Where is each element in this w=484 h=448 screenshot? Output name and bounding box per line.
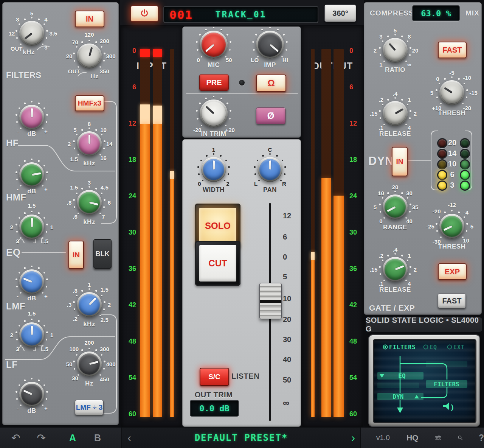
comp-release-tick: [410, 110, 411, 112]
in-trim-tick: [199, 103, 201, 104]
hp-filter-freq-knob[interactable]: OUT128543.53kHz: [19, 21, 44, 46]
lmf-gain-tick: [24, 267, 26, 269]
lmf-q-tick: [38, 320, 40, 322]
fader-scale-label: 12: [283, 212, 302, 220]
radio-filters-label[interactable]: FILTERS: [389, 344, 416, 351]
filters-in-button[interactable]: IN: [75, 11, 104, 27]
hf-freq-tick: [78, 154, 79, 156]
comp-thresh-knob[interactable]: +1050-5-10-15-20THRESH: [439, 80, 464, 105]
out-trim-display[interactable]: 0.0 dB: [190, 400, 239, 417]
comp-release-knob[interactable]: .1.15.2.4124RELEASE: [383, 101, 408, 126]
lmf-freq-knob[interactable]: .2.3.811.522.5kHz: [77, 292, 102, 317]
settings-sliders-icon[interactable]: [435, 433, 441, 442]
hmf-q-tick: [19, 217, 20, 219]
gate-thresh-knob[interactable]: -30-25-20-12-4510THRESH: [439, 214, 464, 239]
hmf-x3-button[interactable]: HMFx3: [75, 95, 104, 111]
comp-release-tick: [405, 124, 407, 126]
mic-gain-unit-label: MIC: [208, 61, 220, 69]
hf-freq-tick-label: 2: [68, 141, 71, 147]
exp-button[interactable]: EXP: [438, 263, 467, 280]
impedance-ohm-button[interactable]: Ω: [256, 75, 286, 92]
ab-compare-a[interactable]: A: [69, 432, 76, 443]
imp-tick: [286, 41, 288, 43]
hmf-gain-tick: [46, 171, 48, 173]
sidechain-listen-button[interactable]: S/C: [200, 368, 229, 386]
preset-next-icon[interactable]: ›: [351, 431, 355, 444]
track-display[interactable]: 888 001 TRACK_01: [163, 6, 318, 23]
gate-thresh-tick: [444, 212, 446, 213]
phase-button[interactable]: Ø: [256, 107, 285, 124]
rotate-360-button[interactable]: 360°: [324, 5, 356, 22]
hmf-gain-knob[interactable]: -+dB: [19, 162, 44, 187]
pan-knob[interactable]: LCRPAN: [258, 157, 282, 182]
routing-screen[interactable]: FILTERS EQ EXT EQ FILTERS: [373, 339, 476, 423]
width-tick: [200, 160, 202, 162]
comp-thresh-tick-label: 0: [436, 75, 439, 82]
imp-tick-label: HI: [282, 57, 288, 63]
fader-handle[interactable]: [259, 283, 282, 319]
lmf-div3-button[interactable]: LMF ÷ 3: [75, 400, 104, 415]
hf-freq-tick: [104, 140, 105, 142]
width-tick: [206, 155, 208, 157]
ab-compare-b[interactable]: B: [94, 432, 101, 443]
help-icon[interactable]: ?: [479, 433, 484, 443]
preset-name[interactable]: DEFAULT PRESET*: [131, 432, 351, 443]
comp-fast-button[interactable]: FAST: [438, 42, 467, 58]
pre-button[interactable]: PRE: [199, 74, 229, 91]
gate-range-knob[interactable]: 051020303540RANGE: [383, 194, 408, 219]
lp-filter-freq-knob[interactable]: OUT2070120200300350Hz: [77, 44, 102, 68]
in-trim-tick: [220, 98, 222, 100]
radio-eq-label[interactable]: EQ: [430, 344, 437, 351]
undo-icon[interactable]: ↶: [11, 432, 20, 444]
gate-range-tick-label: 5: [374, 204, 377, 210]
fader-scale-label: 40: [283, 355, 302, 364]
hmf-q-knob[interactable]: 321.51.5: [19, 215, 44, 240]
plugin-window: INPUT 06121824303642485460 OUTPUT 061218…: [0, 0, 484, 448]
width-tick-label: 2: [226, 180, 229, 187]
fader-scale-label: 6: [283, 233, 302, 241]
mic-gain-knob[interactable]: 050MIC: [200, 31, 228, 59]
hmf-freq-tick-label: 7: [102, 213, 105, 220]
mic-gain-tick: [226, 34, 228, 36]
hmf-freq-knob[interactable]: .6.81.534.567kHz: [77, 190, 102, 215]
radio-eq-icon[interactable]: [424, 345, 428, 349]
cut-button[interactable]: CUT: [195, 241, 240, 286]
lmf-q-tick-label: 3: [16, 346, 19, 352]
gate-fast-button[interactable]: FAST: [438, 293, 466, 308]
radio-ext-icon[interactable]: [448, 345, 452, 349]
meter-fill-segment: [153, 124, 162, 417]
mix-value-display[interactable]: 63.0 %: [412, 5, 460, 21]
search-icon[interactable]: [458, 433, 463, 443]
imp-knob[interactable]: LOHIIMP: [256, 31, 284, 59]
hf-freq-unit-label: kHz: [83, 160, 95, 167]
lmf-gain-knob[interactable]: -+dB: [19, 269, 44, 294]
lf-gain-knob[interactable]: -+dB: [19, 382, 44, 407]
lf-freq-tick-label: 400: [106, 361, 115, 367]
pan-tick: [280, 180, 282, 182]
comp-ratio-tick: [382, 40, 384, 42]
in-trim-tick: [230, 110, 231, 112]
hf-gain-knob[interactable]: -+dB: [19, 105, 44, 130]
meter-fill-segment: [170, 179, 174, 417]
radio-ext-label[interactable]: EXT: [453, 344, 465, 351]
gate-release-knob[interactable]: .1.15.2.4124RELEASE: [383, 257, 408, 282]
preset-prev-icon[interactable]: ‹: [127, 431, 131, 444]
in-trim-knob[interactable]: -20+20IN TRIM: [200, 100, 228, 128]
imp-tick: [277, 29, 279, 31]
lf-freq-knob[interactable]: 3050100200300400450Hz: [77, 352, 102, 376]
comp-thresh-tick: [458, 78, 460, 80]
lf-freq-tick-label: 450: [100, 376, 109, 383]
redo-icon[interactable]: ↷: [37, 432, 45, 444]
gate-exp-section-label: GATE / EXP: [369, 303, 415, 313]
width-knob[interactable]: 012WIDTH: [201, 157, 226, 182]
eq-in-button[interactable]: IN: [68, 241, 84, 269]
power-button[interactable]: [130, 5, 158, 22]
hq-toggle[interactable]: HQ: [406, 433, 419, 442]
comp-ratio-knob[interactable]: 1235820∞RATIO: [383, 38, 408, 63]
lp-filter-freq-tick-label: 300: [106, 53, 115, 59]
hf-freq-knob[interactable]: 1.5258101416kHz: [77, 131, 102, 156]
blk-button[interactable]: BLK: [93, 239, 112, 269]
lmf-q-knob[interactable]: 321.51.5: [19, 322, 44, 347]
dyn-in-button[interactable]: IN: [392, 147, 408, 176]
hmf-gain-unit-label: dB: [27, 188, 36, 195]
